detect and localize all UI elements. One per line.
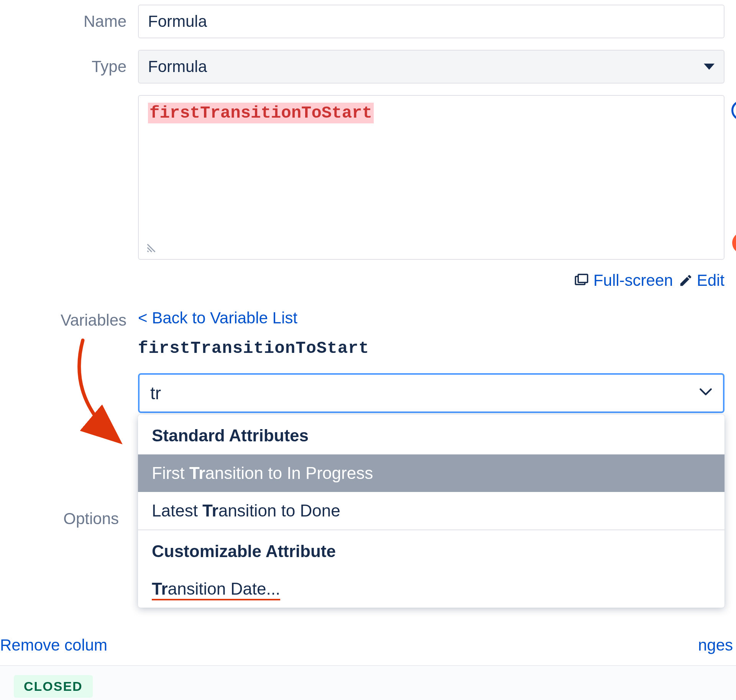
formula-text: firstTransitionToStart [148,103,374,123]
warning-icon[interactable]: ! [732,232,736,254]
remove-column-link[interactable]: Remove colum [0,636,107,654]
dropdown-item-first-transition[interactable]: First Transition to In Progress [138,454,724,492]
edit-link[interactable]: Edit [678,271,724,290]
dropdown-item-transition-date[interactable]: Transition Date... [138,570,724,608]
name-label: Name [8,12,138,31]
dropdown-item-latest-transition[interactable]: Latest Transition to Done [138,492,724,530]
back-to-variable-list-link[interactable]: < Back to Variable List [138,309,724,327]
pencil-icon [678,273,693,288]
changes-link-suffix[interactable]: nges [698,636,733,654]
svg-line-2 [148,251,149,252]
name-input[interactable] [138,5,724,38]
dropdown-group-customizable: Customizable Attribute [138,530,724,570]
type-label: Type [8,57,138,76]
name-row: Name [8,5,728,38]
svg-rect-4 [578,274,588,282]
variable-input-wrap: Standard Attributes First Transition to … [138,373,724,413]
variable-name: firstTransitionToStart [138,339,724,358]
chevron-down-icon [704,64,715,70]
fullscreen-link[interactable]: Full-screen [573,271,673,290]
type-select-value: Formula [148,57,207,76]
bottom-bar [0,665,736,700]
resize-handle-icon[interactable] [141,242,158,255]
variables-label: Variables [8,309,138,330]
help-icon[interactable]: ? [731,100,736,120]
variable-dropdown: Standard Attributes First Transition to … [138,415,724,608]
dropdown-group-standard: Standard Attributes [138,415,724,454]
variables-row: Variables < Back to Variable List firstT… [8,309,728,413]
fullscreen-icon [573,272,590,289]
bottom-links-row: Remove colum nges [0,636,736,654]
formula-row: firstTransitionToStart ? ! [8,95,728,260]
type-select[interactable]: Formula [138,50,724,84]
formula-editor[interactable]: firstTransitionToStart [138,95,724,260]
status-badge-closed: CLOSED [14,675,93,698]
type-row: Type Formula [8,50,728,84]
options-label: Options [0,510,130,528]
variable-search-input[interactable] [138,373,724,413]
editor-actions: Full-screen Edit [138,271,724,290]
